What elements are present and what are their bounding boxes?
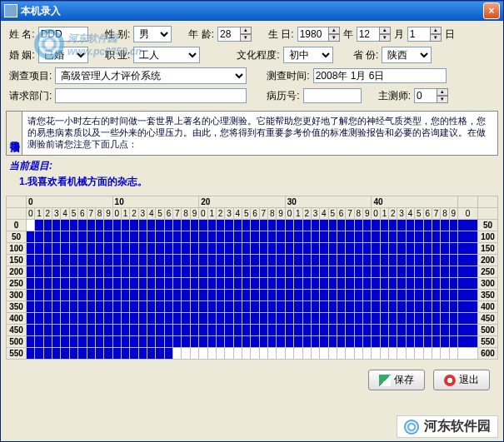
tester-stepper[interactable]: ▴▾: [414, 88, 448, 103]
grid-cell[interactable]: [389, 301, 397, 313]
grid-cell[interactable]: [449, 231, 457, 243]
grid-cell[interactable]: [52, 266, 61, 278]
grid-cell[interactable]: [104, 278, 112, 290]
grid-cell[interactable]: [328, 301, 337, 313]
grid-cell[interactable]: [432, 231, 440, 243]
grid-cell[interactable]: [164, 220, 172, 231]
grid-cell[interactable]: [87, 301, 95, 313]
grid-cell[interactable]: [346, 325, 354, 336]
grid-cell[interactable]: [207, 348, 216, 360]
grid-cell[interactable]: [372, 348, 380, 360]
chevron-up-icon[interactable]: ▴: [240, 27, 252, 34]
grid-cell[interactable]: [415, 290, 423, 301]
grid-cell[interactable]: [78, 278, 87, 290]
day-stepper[interactable]: ▴▾: [407, 27, 442, 42]
grid-cell[interactable]: [242, 290, 250, 301]
grid-cell[interactable]: [69, 301, 77, 313]
grid-cell[interactable]: [415, 325, 423, 336]
grid-cell[interactable]: [277, 231, 285, 243]
grid-cell[interactable]: [35, 336, 43, 348]
grid-cell[interactable]: [251, 325, 259, 336]
grid-cell[interactable]: [164, 325, 172, 336]
grid-cell[interactable]: [233, 255, 242, 266]
grid-cell[interactable]: [285, 313, 293, 325]
grid-cell[interactable]: [449, 220, 457, 231]
grid-cell[interactable]: [277, 325, 285, 336]
grid-cell[interactable]: [173, 243, 182, 255]
grid-cell[interactable]: [78, 325, 87, 336]
grid-cell[interactable]: [406, 243, 414, 255]
grid-cell[interactable]: [302, 336, 311, 348]
year-input[interactable]: [297, 27, 329, 42]
grid-cell[interactable]: [328, 313, 337, 325]
grid-cell[interactable]: [35, 348, 43, 360]
grid-cell[interactable]: [61, 313, 69, 325]
grid-cell[interactable]: [112, 348, 121, 360]
grid-cell[interactable]: [432, 243, 440, 255]
grid-cell[interactable]: [87, 231, 95, 243]
grid-cell[interactable]: [35, 278, 43, 290]
grid-cell[interactable]: [458, 255, 478, 266]
grid-cell[interactable]: [207, 266, 216, 278]
grid-cell[interactable]: [121, 301, 129, 313]
grid-cell[interactable]: [363, 243, 372, 255]
sex-select[interactable]: 男: [133, 26, 172, 42]
grid-cell[interactable]: [104, 290, 112, 301]
grid-cell[interactable]: [242, 266, 250, 278]
grid-cell[interactable]: [372, 220, 380, 231]
grid-cell[interactable]: [225, 348, 233, 360]
grid-cell[interactable]: [337, 231, 345, 243]
grid-cell[interactable]: [294, 255, 302, 266]
grid-cell[interactable]: [173, 325, 182, 336]
grid-cell[interactable]: [346, 313, 354, 325]
grid-cell[interactable]: [406, 313, 414, 325]
grid-cell[interactable]: [458, 243, 478, 255]
grid-cell[interactable]: [52, 255, 61, 266]
grid-cell[interactable]: [242, 313, 250, 325]
grid-cell[interactable]: [27, 243, 35, 255]
grid-cell[interactable]: [311, 290, 319, 301]
proj-select[interactable]: 高级管理人才评价系统: [55, 67, 247, 84]
grid-cell[interactable]: [156, 255, 164, 266]
grid-cell[interactable]: [458, 266, 478, 278]
grid-cell[interactable]: [225, 325, 233, 336]
grid-cell[interactable]: [397, 278, 406, 290]
grid-cell[interactable]: [406, 290, 414, 301]
grid-cell[interactable]: [156, 348, 164, 360]
grid-cell[interactable]: [302, 255, 311, 266]
grid-cell[interactable]: [389, 266, 397, 278]
grid-cell[interactable]: [225, 313, 233, 325]
grid-cell[interactable]: [294, 231, 302, 243]
grid-cell[interactable]: [87, 325, 95, 336]
grid-cell[interactable]: [95, 266, 103, 278]
grid-cell[interactable]: [251, 255, 259, 266]
grid-cell[interactable]: [35, 231, 43, 243]
grid-cell[interactable]: [147, 301, 156, 313]
grid-cell[interactable]: [372, 301, 380, 313]
grid-cell[interactable]: [199, 325, 207, 336]
grid-cell[interactable]: [337, 348, 345, 360]
grid-cell[interactable]: [112, 266, 121, 278]
grid-cell[interactable]: [216, 243, 224, 255]
grid-cell[interactable]: [207, 290, 216, 301]
grid-cell[interactable]: [311, 313, 319, 325]
grid-cell[interactable]: [87, 336, 95, 348]
grid-cell[interactable]: [259, 278, 267, 290]
grid-cell[interactable]: [328, 290, 337, 301]
grid-cell[interactable]: [380, 220, 388, 231]
grid-cell[interactable]: [78, 313, 87, 325]
grid-cell[interactable]: [389, 243, 397, 255]
grid-cell[interactable]: [380, 255, 388, 266]
grid-cell[interactable]: [130, 301, 138, 313]
grid-cell[interactable]: [69, 336, 77, 348]
grid-cell[interactable]: [199, 243, 207, 255]
grid-cell[interactable]: [441, 313, 449, 325]
grid-cell[interactable]: [277, 255, 285, 266]
grid-cell[interactable]: [354, 348, 362, 360]
grid-cell[interactable]: [164, 348, 172, 360]
grid-cell[interactable]: [432, 220, 440, 231]
grid-cell[interactable]: [389, 313, 397, 325]
grid-cell[interactable]: [61, 220, 69, 231]
grid-cell[interactable]: [423, 255, 432, 266]
grid-cell[interactable]: [354, 290, 362, 301]
